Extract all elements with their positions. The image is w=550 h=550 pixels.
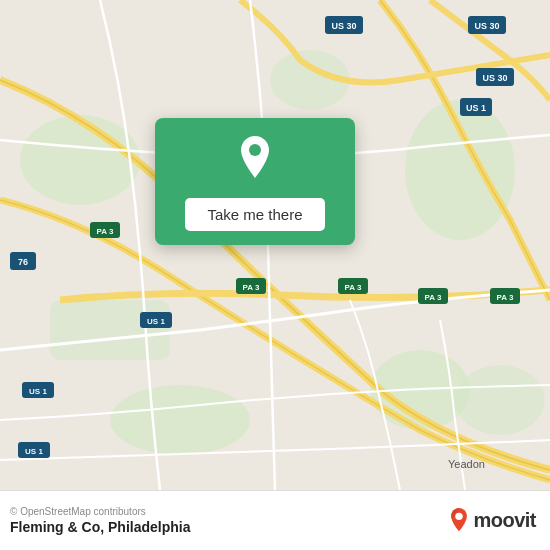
svg-text:PA 3: PA 3 xyxy=(425,293,442,302)
svg-text:PA 3: PA 3 xyxy=(497,293,514,302)
svg-text:76: 76 xyxy=(18,257,28,267)
svg-point-36 xyxy=(456,512,463,519)
svg-text:PA 3: PA 3 xyxy=(97,227,114,236)
svg-text:PA 3: PA 3 xyxy=(345,283,362,292)
svg-text:US 30: US 30 xyxy=(474,21,499,31)
svg-rect-6 xyxy=(50,300,170,360)
moovit-logo: moovit xyxy=(448,508,536,534)
svg-point-7 xyxy=(455,365,545,435)
svg-text:Yeadon: Yeadon xyxy=(448,458,485,470)
svg-text:US 1: US 1 xyxy=(147,317,165,326)
svg-text:US 1: US 1 xyxy=(466,103,486,113)
bottom-left: © OpenStreetMap contributors Fleming & C… xyxy=(10,506,190,535)
location-pin-icon xyxy=(235,136,275,184)
bottom-bar: © OpenStreetMap contributors Fleming & C… xyxy=(0,490,550,550)
map-container: US 30 US 30 US 1 US 30 PA 3 PA 3 PA 3 PA… xyxy=(0,0,550,490)
svg-text:PA 3: PA 3 xyxy=(243,283,260,292)
svg-text:US 30: US 30 xyxy=(331,21,356,31)
svg-text:US 30: US 30 xyxy=(482,73,507,83)
moovit-brand-text: moovit xyxy=(473,509,536,532)
map-svg: US 30 US 30 US 1 US 30 PA 3 PA 3 PA 3 PA… xyxy=(0,0,550,490)
svg-text:US 1: US 1 xyxy=(25,447,43,456)
take-me-there-button[interactable]: Take me there xyxy=(185,198,324,231)
moovit-pin-icon xyxy=(448,508,470,534)
svg-point-4 xyxy=(110,385,250,455)
pin-icon-wrap xyxy=(235,136,275,188)
location-card: Take me there xyxy=(155,118,355,245)
svg-point-2 xyxy=(405,100,515,240)
copyright-text: © OpenStreetMap contributors xyxy=(10,506,190,517)
svg-text:US 1: US 1 xyxy=(29,387,47,396)
svg-point-35 xyxy=(249,144,261,156)
svg-point-1 xyxy=(20,115,140,205)
location-title: Fleming & Co, Philadelphia xyxy=(10,519,190,535)
